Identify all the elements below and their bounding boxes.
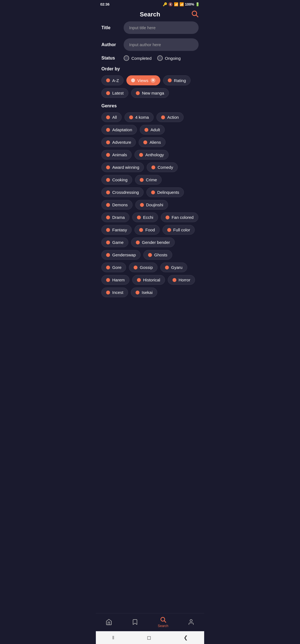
author-input[interactable] (124, 38, 199, 51)
genre-chip-animals[interactable]: Animals (101, 150, 132, 160)
genre-dot-isekai (136, 291, 139, 294)
genre-chip-action[interactable]: Action (156, 112, 184, 122)
genre-chip-isekai[interactable]: Isekai (131, 288, 157, 297)
genre-chip-drama[interactable]: Drama (101, 212, 129, 222)
genre-dot-comedy (151, 165, 155, 169)
chip-close-views[interactable]: ✕ (151, 78, 156, 83)
genre-chip-all[interactable]: All (101, 112, 122, 122)
genre-label-gyaru: Gyaru (171, 265, 182, 270)
genre-label-aliens: Aliens (149, 140, 161, 145)
order-chip-views[interactable]: Views✕ (126, 75, 160, 85)
genre-label-ghosts: Ghosts (154, 252, 168, 257)
genre-chip-gossip[interactable]: Gossip (129, 262, 158, 272)
chip-dot-views (131, 78, 135, 82)
genre-label-adult: Adult (151, 127, 160, 132)
title-label: Title (101, 25, 124, 30)
genre-chip-gender-bender[interactable]: Gender bender (131, 237, 175, 247)
genre-dot-4koma (129, 115, 133, 119)
order-chip-az[interactable]: A-Z (101, 75, 124, 85)
chip-dot-new-manga (136, 91, 140, 95)
genre-dot-adventure (106, 140, 110, 144)
genre-chip-cooking[interactable]: Cooking (101, 175, 132, 185)
genre-chip-demons[interactable]: Demons (101, 200, 132, 210)
genre-chip-anthology[interactable]: Anthology (134, 150, 169, 160)
genre-label-animals: Animals (112, 152, 127, 157)
genre-label-action: Action (167, 115, 179, 120)
completed-radio[interactable] (124, 55, 129, 61)
title-input[interactable] (124, 21, 199, 34)
genre-label-gossip: Gossip (140, 265, 153, 270)
android-home[interactable]: ◻ (141, 633, 157, 642)
genre-dot-fantasy (106, 228, 110, 232)
nav-search[interactable]: Search (158, 616, 168, 628)
bottom-nav: Search (96, 613, 204, 632)
wifi-icon: 📶 (174, 2, 178, 6)
genre-dot-animals (106, 153, 110, 157)
genre-label-genderswap: Genderswap (112, 252, 136, 257)
genre-chip-crossdressing[interactable]: Crossdressing (101, 187, 144, 197)
genre-chip-historical[interactable]: Historical (132, 275, 165, 285)
genre-label-all: All (112, 115, 117, 120)
genre-label-cooking: Cooking (112, 177, 128, 182)
genre-chip-fantasy[interactable]: Fantasy (101, 225, 132, 235)
genre-label-award-winning: Award winning (112, 165, 139, 170)
genre-dot-gore (106, 266, 110, 269)
header-search-icon[interactable] (191, 10, 199, 19)
genre-label-food: Food (145, 227, 155, 232)
order-chip-rating[interactable]: Rating (163, 75, 191, 85)
genre-dot-adult (144, 128, 148, 132)
key-icon: 🔑 (163, 2, 167, 6)
genre-chip-doujinshi[interactable]: Doujinshi (135, 200, 168, 210)
chip-dot-az (106, 78, 110, 82)
status-completed[interactable]: Completed (124, 55, 152, 61)
genre-chip-horror[interactable]: Horror (168, 275, 195, 285)
genre-chip-food[interactable]: Food (134, 225, 159, 235)
genre-chip-adult[interactable]: Adult (140, 125, 165, 135)
nav-profile[interactable] (188, 619, 194, 625)
order-chip-new-manga[interactable]: New manga (131, 88, 169, 98)
genre-dot-doujinshi (140, 203, 144, 207)
genre-chip-genderswap[interactable]: Genderswap (101, 250, 141, 260)
genre-chip-harem[interactable]: Harem (101, 275, 129, 285)
genre-chip-4koma[interactable]: 4 koma (124, 112, 154, 122)
genre-dot-gender-bender (136, 241, 140, 244)
genre-chip-ghosts[interactable]: Ghosts (143, 250, 172, 260)
genre-chip-gyaru[interactable]: Gyaru (160, 262, 187, 272)
genre-chip-game[interactable]: Game (101, 237, 128, 247)
mute-icon: 🔇 (168, 2, 173, 6)
title-row: Title (101, 21, 199, 34)
genre-label-comedy: Comedy (158, 165, 173, 170)
genre-chip-crime[interactable]: Crime (135, 175, 162, 185)
genre-label-incest: Incest (112, 290, 123, 295)
genres-chips: All4 komaActionAdaptationAdultAdventureA… (101, 112, 199, 297)
nav-home[interactable] (106, 619, 112, 625)
genre-chip-aliens[interactable]: Aliens (139, 137, 166, 147)
status-ongoing[interactable]: Ongoing (157, 55, 181, 61)
battery-text: 100% (185, 2, 194, 6)
ongoing-radio[interactable] (157, 55, 163, 61)
genre-chip-fan-colored[interactable]: Fan colored (161, 212, 198, 222)
genre-chip-incest[interactable]: Incest (101, 288, 128, 297)
android-nav: ⦀ ◻ ❮ (96, 631, 204, 644)
nav-bookmarks[interactable] (132, 619, 138, 625)
genre-dot-cooking (106, 178, 110, 182)
order-by-chips: A-ZViews✕RatingLatestNew manga (101, 75, 199, 98)
genre-dot-game (106, 241, 110, 244)
genre-chip-adventure[interactable]: Adventure (101, 137, 136, 147)
android-recents[interactable]: ⦀ (107, 634, 120, 642)
genre-chip-delinquents[interactable]: Delinquents (146, 187, 184, 197)
genre-label-crossdressing: Crossdressing (112, 190, 139, 195)
genre-label-delinquents: Delinquents (157, 190, 179, 195)
genre-dot-incest (106, 291, 110, 294)
genre-chip-comedy[interactable]: Comedy (147, 162, 178, 172)
signal-icon: 📶 (179, 2, 184, 6)
genre-chip-adaptation[interactable]: Adaptation (101, 125, 137, 135)
status-time: 02:36 (100, 2, 109, 6)
genre-chip-award-winning[interactable]: Award winning (101, 162, 144, 172)
genre-chip-full-color[interactable]: Full color (162, 225, 195, 235)
order-chip-latest[interactable]: Latest (101, 88, 128, 98)
genre-chip-ecchi[interactable]: Ecchi (132, 212, 158, 222)
genre-chip-gore[interactable]: Gore (101, 262, 126, 272)
android-back[interactable]: ❮ (178, 633, 193, 642)
genre-dot-genderswap (106, 253, 110, 257)
